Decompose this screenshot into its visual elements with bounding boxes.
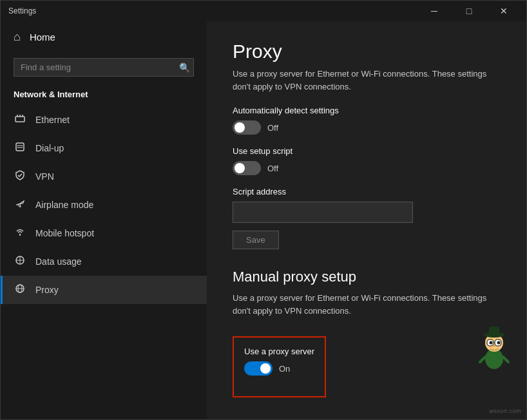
sidebar-item-ethernet[interactable]: Ethernet bbox=[1, 106, 207, 134]
auto-detect-thumb bbox=[235, 122, 245, 133]
manual-proxy-title: Manual proxy setup bbox=[233, 269, 501, 285]
dialup-icon bbox=[14, 141, 26, 155]
proxy-server-toggle[interactable] bbox=[244, 361, 273, 376]
proxy-server-thumb bbox=[260, 363, 271, 374]
settings-window: Settings ─ □ ✕ ⌂ Home 🔍 Network & Intern… bbox=[0, 0, 527, 420]
watermark: wsxun.com bbox=[489, 408, 521, 414]
svg-point-29 bbox=[493, 345, 495, 347]
datausage-label: Data usage bbox=[35, 256, 82, 267]
home-icon: ⌂ bbox=[14, 30, 21, 44]
script-address-input[interactable] bbox=[233, 202, 413, 223]
sidebar-item-hotspot[interactable]: Mobile hotspot bbox=[1, 219, 207, 247]
proxy-server-row: On bbox=[244, 361, 314, 376]
sidebar-item-proxy[interactable]: Proxy bbox=[1, 276, 207, 304]
setup-script-row: Off bbox=[233, 161, 501, 175]
dialup-label: Dial-up bbox=[35, 143, 64, 153]
window-controls: ─ □ ✕ bbox=[419, 1, 519, 21]
sidebar-section-header: Network & Internet bbox=[1, 87, 207, 106]
hotspot-icon bbox=[14, 226, 26, 240]
sidebar-item-dialup[interactable]: Dial-up bbox=[1, 134, 207, 162]
maximize-button[interactable]: □ bbox=[454, 1, 484, 21]
minimize-button[interactable]: ─ bbox=[419, 1, 449, 21]
auto-detect-toggle[interactable] bbox=[233, 120, 261, 135]
search-button[interactable]: 🔍 bbox=[179, 62, 190, 73]
setup-script-state: Off bbox=[267, 164, 278, 173]
proxy-server-label: Use a proxy server bbox=[244, 347, 314, 356]
content-area: ⌂ Home 🔍 Network & Internet bbox=[1, 21, 526, 419]
setup-script-thumb bbox=[235, 163, 245, 173]
auto-detect-label: Automatically detect settings bbox=[233, 106, 501, 115]
sidebar-item-home[interactable]: ⌂ Home bbox=[1, 21, 207, 53]
proxy-label: Proxy bbox=[35, 285, 59, 295]
mascot bbox=[475, 323, 513, 368]
search-input[interactable] bbox=[14, 58, 194, 77]
proxy-server-box: Use a proxy server On bbox=[233, 336, 326, 397]
title-bar: Settings ─ □ ✕ bbox=[1, 1, 526, 21]
script-address-label: Script address bbox=[233, 187, 501, 196]
svg-point-24 bbox=[490, 341, 493, 345]
auto-detect-state: Off bbox=[267, 123, 278, 133]
main-content: Proxy Use a proxy server for Ethernet or… bbox=[207, 21, 526, 419]
airplane-icon bbox=[14, 198, 26, 212]
close-button[interactable]: ✕ bbox=[489, 1, 519, 21]
sidebar-item-datausage[interactable]: Data usage bbox=[1, 247, 207, 276]
setup-script-toggle[interactable] bbox=[233, 161, 261, 175]
svg-point-10 bbox=[21, 147, 23, 148]
sidebar: ⌂ Home 🔍 Network & Internet bbox=[1, 21, 207, 419]
proxy-icon bbox=[14, 283, 26, 297]
svg-rect-21 bbox=[489, 327, 499, 336]
svg-point-6 bbox=[19, 145, 21, 146]
svg-point-9 bbox=[19, 147, 21, 148]
svg-point-11 bbox=[19, 234, 21, 235]
airplane-label: Airplane mode bbox=[35, 200, 93, 210]
svg-point-7 bbox=[21, 145, 23, 146]
setup-script-label: Use setup script bbox=[233, 146, 501, 156]
auto-proxy-description: Use a proxy server for Ethernet or Wi-Fi… bbox=[233, 68, 501, 93]
svg-line-30 bbox=[480, 357, 485, 362]
vpn-label: VPN bbox=[35, 171, 54, 182]
svg-point-25 bbox=[497, 341, 501, 345]
vpn-icon bbox=[14, 169, 26, 184]
auto-detect-row: Off bbox=[233, 120, 501, 135]
ethernet-icon bbox=[14, 113, 26, 127]
hotspot-label: Mobile hotspot bbox=[35, 228, 94, 238]
search-box: 🔍 bbox=[14, 58, 194, 77]
svg-point-5 bbox=[17, 145, 19, 146]
manual-proxy-description: Use a proxy server for Ethernet or Wi-Fi… bbox=[233, 292, 501, 317]
svg-rect-0 bbox=[15, 117, 24, 122]
save-button[interactable]: Save bbox=[233, 231, 279, 249]
proxy-server-state: On bbox=[279, 364, 290, 374]
svg-line-31 bbox=[503, 357, 508, 362]
ethernet-label: Ethernet bbox=[35, 115, 70, 125]
svg-point-8 bbox=[17, 147, 19, 148]
window-title: Settings bbox=[8, 6, 419, 15]
page-title: Proxy bbox=[233, 41, 501, 62]
home-label: Home bbox=[30, 32, 55, 43]
sidebar-item-vpn[interactable]: VPN bbox=[1, 162, 207, 191]
sidebar-item-airplane[interactable]: Airplane mode bbox=[1, 191, 207, 219]
datausage-icon bbox=[14, 254, 26, 269]
